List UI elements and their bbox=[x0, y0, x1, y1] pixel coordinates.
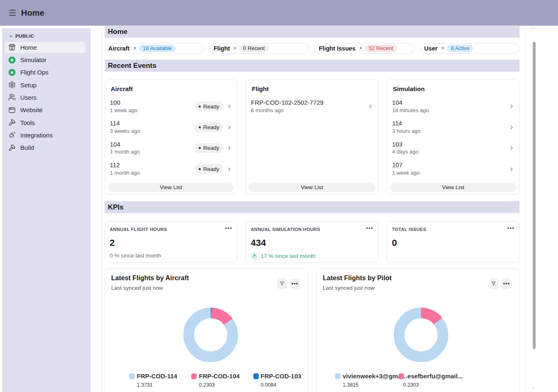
kpi-card-total-issues: TOTAL ISSUES ••• 0 bbox=[387, 221, 520, 263]
item-title: 103 bbox=[392, 141, 402, 148]
scrollbar-down-arrow[interactable] bbox=[532, 387, 535, 389]
ellipsis-icon[interactable]: ••• bbox=[225, 225, 232, 231]
legend-value: 0.0084 bbox=[261, 382, 277, 388]
kpi-value: 434 bbox=[251, 238, 373, 248]
status-badge: 18 Available bbox=[139, 45, 176, 53]
chevron-right-icon bbox=[509, 146, 514, 151]
legend-value: 1.3731 bbox=[137, 382, 153, 388]
chart-legend: FRP-COD-114 1.3731 FRP-COD-104 0.2303 FR… bbox=[105, 269, 308, 392]
card-rows: FRP-COD-102-2502-7729 6 months ago bbox=[251, 96, 373, 117]
sidebar-section-public[interactable]: PUBLIC bbox=[9, 33, 91, 39]
card-title: Flight bbox=[252, 85, 269, 92]
quick-link-label: Aircraft bbox=[108, 45, 130, 52]
view-list-button[interactable]: View List bbox=[108, 183, 234, 192]
ellipsis-icon[interactable]: ••• bbox=[507, 225, 515, 231]
list-item[interactable]: 104 1 month ago Ready bbox=[110, 138, 232, 159]
legend-label[interactable]: vivienweek+3@gma... bbox=[343, 373, 399, 380]
list-item[interactable]: 107 1 week ago bbox=[392, 159, 514, 179]
quick-link-label: User bbox=[424, 45, 438, 52]
sidebar-item-label: Users bbox=[20, 94, 36, 101]
quick-link-user[interactable]: User 8 Active bbox=[421, 43, 520, 54]
view-list-button[interactable]: View List bbox=[390, 183, 516, 192]
section-band-recent-events: Recent Events bbox=[105, 60, 520, 72]
recent-card-aircraft: Aircraft 100 1 week ago Ready 114 3 week… bbox=[105, 79, 238, 195]
sidebar-item-website[interactable]: Website bbox=[5, 104, 85, 115]
list-item[interactable]: 114 3 weeks ago Ready bbox=[110, 117, 232, 137]
scrollbar-thumb[interactable] bbox=[533, 42, 536, 349]
arrow-up-right-icon bbox=[132, 46, 137, 51]
quick-link-label: Flight bbox=[214, 45, 230, 52]
kpi-card-annual-flight-hours: ANNUAL FLIGHT HOURS ••• 2 0 % since last… bbox=[105, 221, 238, 263]
item-subtitle: 1 week ago bbox=[392, 170, 420, 176]
quick-link-flight-issues[interactable]: Flight Issues 52 Recent bbox=[315, 43, 414, 54]
sidebar-item-label: Flight Ops bbox=[20, 69, 48, 76]
list-item[interactable]: 112 1 month ago Ready bbox=[110, 159, 232, 179]
legend-label[interactable]: ..esefberfu@gmail... bbox=[404, 373, 463, 380]
recent-events-cards: Aircraft 100 1 week ago Ready 114 3 week… bbox=[105, 79, 520, 195]
star-circle-icon bbox=[8, 56, 16, 64]
kpi-value: 0 bbox=[392, 238, 515, 248]
sidebar: PUBLIC Home Simulator Flight Ops Setup U… bbox=[2, 28, 91, 392]
card-rows: 104 18 minutes ago 114 3 hours ago 103 4… bbox=[392, 96, 514, 180]
page-title: Home bbox=[108, 28, 127, 36]
sidebar-item-flight-ops[interactable]: Flight Ops bbox=[5, 67, 85, 78]
list-item[interactable]: 114 3 hours ago bbox=[392, 117, 514, 137]
sidebar-item-simulator[interactable]: Simulator bbox=[5, 54, 85, 65]
kpi-label: ANNUAL SIMULATION HOURS bbox=[251, 227, 373, 232]
item-subtitle: 1 week ago bbox=[110, 107, 138, 113]
store-icon bbox=[8, 43, 16, 51]
legend-label[interactable]: FRP-COD-103 bbox=[261, 373, 301, 380]
quick-link-aircraft[interactable]: Aircraft 18 Available bbox=[105, 43, 204, 54]
browser-window-icon bbox=[8, 106, 16, 114]
item-subtitle: 3 hours ago bbox=[392, 128, 421, 134]
item-subtitle: 4 days ago bbox=[392, 149, 418, 155]
item-subtitle: 18 minutes ago bbox=[392, 107, 429, 113]
item-title: 104 bbox=[392, 99, 402, 106]
crossed-tools-icon bbox=[8, 118, 16, 127]
chevron-right-icon bbox=[509, 104, 514, 109]
sidebar-item-home[interactable]: Home bbox=[5, 42, 85, 53]
quick-link-flight[interactable]: Flight 0 Recent bbox=[210, 43, 309, 54]
ready-badge: Ready bbox=[195, 164, 224, 174]
sidebar-item-tools[interactable]: Tools bbox=[5, 117, 85, 128]
list-item[interactable]: FRP-COD-102-2502-7729 6 months ago bbox=[251, 96, 373, 117]
chevron-right-icon bbox=[227, 104, 232, 109]
recent-card-flight: Flight FRP-COD-102-2502-7729 6 months ag… bbox=[245, 79, 378, 195]
list-item[interactable]: 103 4 days ago bbox=[392, 138, 514, 159]
ellipsis-icon[interactable]: ••• bbox=[366, 225, 373, 231]
dot-icon bbox=[199, 126, 201, 128]
sidebar-item-label: Simulator bbox=[20, 56, 46, 63]
app-title: Home bbox=[21, 8, 44, 18]
arrow-up-right-icon bbox=[358, 46, 363, 51]
view-list-button[interactable]: View List bbox=[249, 183, 375, 192]
sidebar-item-users[interactable]: Users bbox=[5, 92, 85, 103]
kpi-delta: 17 % since last month bbox=[251, 253, 315, 260]
hamburger-menu-icon[interactable] bbox=[9, 10, 16, 16]
legend-label[interactable]: FRP-COD-104 bbox=[199, 373, 240, 380]
chevron-right-icon bbox=[368, 104, 373, 109]
scrollbar-up-arrow[interactable] bbox=[532, 27, 535, 29]
kpi-label: ANNUAL FLIGHT HOURS bbox=[110, 227, 232, 232]
status-badge: 52 Recent bbox=[365, 45, 397, 53]
legend-label[interactable]: FRP-COD-114 bbox=[137, 373, 178, 380]
card-title: Aircraft bbox=[111, 85, 133, 92]
section-band-kpis: KPIs bbox=[105, 201, 520, 213]
sidebar-item-integrations[interactable]: Integrations bbox=[5, 130, 85, 141]
section-title: Recent Events bbox=[108, 62, 156, 70]
chart-card-flights-by-pilot: Latest Flights by Pilot Last synced just… bbox=[316, 268, 520, 392]
recent-card-simulation: Simulation 104 18 minutes ago 114 3 hour… bbox=[387, 79, 520, 195]
users-icon bbox=[8, 93, 16, 101]
legend-swatch bbox=[191, 373, 197, 379]
sidebar-item-label: Setup bbox=[20, 82, 36, 89]
item-title: 104 bbox=[110, 141, 120, 148]
sidebar-item-build[interactable]: Build bbox=[5, 142, 85, 153]
list-item[interactable]: 100 1 week ago Ready bbox=[110, 96, 232, 117]
kpi-card-annual-simulation-hours: ANNUAL SIMULATION HOURS ••• 434 17 % sin… bbox=[245, 221, 378, 263]
kpi-cards: ANNUAL FLIGHT HOURS ••• 2 0 % since last… bbox=[105, 221, 520, 263]
list-item[interactable]: 104 18 minutes ago bbox=[392, 96, 514, 117]
chevron-right-icon bbox=[509, 125, 514, 130]
arrow-up-right-icon bbox=[251, 253, 258, 260]
chevron-right-icon bbox=[227, 125, 232, 130]
sidebar-item-setup[interactable]: Setup bbox=[5, 79, 85, 91]
dot-icon bbox=[199, 106, 201, 108]
